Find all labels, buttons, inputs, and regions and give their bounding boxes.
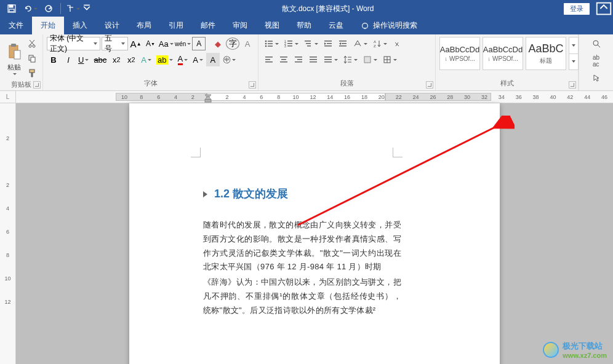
tell-me-search[interactable]: 操作说明搜索 bbox=[352, 17, 426, 34]
tab-view[interactable]: 视图 bbox=[256, 17, 288, 34]
align-distribute-button[interactable] bbox=[321, 53, 340, 66]
styles-dialog-launcher[interactable] bbox=[569, 81, 576, 89]
indent-marker-left[interactable] bbox=[204, 91, 212, 103]
tab-review[interactable]: 审阅 bbox=[224, 17, 256, 34]
font-dialog-launcher[interactable] bbox=[249, 81, 256, 89]
replace-button[interactable]: abac bbox=[590, 54, 603, 68]
touch-mode-button[interactable] bbox=[63, 0, 82, 17]
superscript-button[interactable]: x2 bbox=[124, 53, 138, 66]
strikethrough-button[interactable]: abc bbox=[92, 53, 108, 66]
format-painter-button[interactable] bbox=[25, 66, 39, 80]
svg-rect-40 bbox=[265, 57, 273, 57]
svg-text:3: 3 bbox=[284, 44, 286, 48]
qat-customize-button[interactable] bbox=[82, 0, 92, 17]
body-text[interactable]: 随着时代的发展，散文的概念由广义向狭义转变，并受到西方文化的影响。散文是一种抒发… bbox=[203, 218, 401, 317]
tab-layout[interactable]: 布局 bbox=[128, 17, 160, 34]
tab-yunpan[interactable]: 云盘 bbox=[320, 17, 352, 34]
align-center-button[interactable] bbox=[277, 53, 290, 66]
font-color-button[interactable]: A bbox=[176, 53, 190, 66]
underline-button[interactable]: U bbox=[76, 53, 90, 66]
change-case-button[interactable]: Aa bbox=[159, 37, 174, 50]
paste-button[interactable]: 粘贴 bbox=[4, 37, 24, 80]
align-justify-button[interactable] bbox=[306, 53, 320, 66]
tab-mailings[interactable]: 邮件 bbox=[192, 17, 224, 34]
char-border-button[interactable]: A bbox=[192, 37, 206, 50]
ruler-corner[interactable]: L bbox=[0, 91, 16, 103]
tab-help[interactable]: 帮助 bbox=[288, 17, 320, 34]
style-item-2[interactable]: AaBbCcDd ↓ WPSOf... bbox=[483, 37, 523, 70]
styles-gallery-more[interactable] bbox=[569, 37, 579, 70]
tab-home[interactable]: 开始 bbox=[32, 17, 64, 34]
svg-point-12 bbox=[33, 45, 35, 47]
style-item-1[interactable]: AaBbCcDd ↓ WPSOf... bbox=[439, 37, 480, 70]
document-page[interactable]: 1.2 散文的发展 随着时代的发展，散文的概念由广义向狭义转变，并受到西方文化的… bbox=[129, 103, 500, 364]
svg-rect-58 bbox=[364, 57, 371, 63]
ribbon-options-button[interactable] bbox=[595, 0, 613, 17]
crop-mark-icon bbox=[191, 148, 201, 157]
svg-rect-25 bbox=[287, 41, 292, 41]
window-title: 散文.docx [兼容模式] - Word bbox=[92, 4, 564, 14]
grow-font-button[interactable]: A▲ bbox=[129, 37, 143, 50]
char-scale-button[interactable]: A bbox=[191, 53, 205, 66]
increase-indent-button[interactable] bbox=[336, 37, 350, 50]
line-spacing-button[interactable] bbox=[341, 53, 359, 66]
tab-design[interactable]: 设计 bbox=[96, 17, 128, 34]
show-marks-button[interactable] bbox=[390, 37, 404, 50]
paragraph-dialog-launcher[interactable] bbox=[426, 81, 433, 89]
char-shading-button[interactable]: A bbox=[241, 37, 254, 50]
svg-point-16 bbox=[265, 41, 267, 42]
shrink-font-button[interactable]: A▼ bbox=[144, 37, 158, 50]
font-name-combo[interactable]: 宋体 (中文正文) bbox=[47, 37, 100, 50]
subscript-button[interactable]: x2 bbox=[110, 53, 123, 66]
decrease-indent-button[interactable] bbox=[321, 37, 335, 50]
bold-button[interactable]: B bbox=[47, 53, 60, 66]
workspace: L 224681012 1086422468101214161820222426… bbox=[0, 91, 613, 364]
svg-rect-44 bbox=[281, 59, 286, 60]
select-button[interactable] bbox=[590, 71, 603, 85]
svg-rect-34 bbox=[339, 41, 347, 41]
align-right-button[interactable] bbox=[292, 53, 305, 66]
heading[interactable]: 1.2 散文的发展 bbox=[203, 186, 401, 201]
find-button[interactable] bbox=[590, 37, 603, 50]
phonetic-guide-button[interactable]: wén bbox=[175, 37, 191, 50]
vertical-ruler[interactable]: 224681012 bbox=[0, 103, 16, 364]
clear-formatting-button[interactable]: ◆ bbox=[211, 37, 225, 50]
svg-rect-35 bbox=[342, 43, 347, 44]
numbering-button[interactable]: 123 bbox=[282, 37, 300, 50]
ribbon: 粘贴 剪贴板 宋体 (中文正文) 五号 A▲ A▼ Aa wén A bbox=[0, 34, 613, 91]
style-item-3[interactable]: AaBbC 标题 bbox=[526, 37, 566, 70]
italic-button[interactable]: I bbox=[62, 53, 75, 66]
save-button[interactable] bbox=[2, 0, 21, 17]
svg-rect-49 bbox=[310, 57, 317, 57]
collapse-triangle-icon[interactable] bbox=[203, 191, 207, 197]
tab-file[interactable]: 文件 bbox=[0, 17, 32, 34]
font-size-combo[interactable]: 五号 bbox=[102, 37, 127, 50]
tab-references[interactable]: 引用 bbox=[160, 17, 192, 34]
undo-button[interactable] bbox=[21, 0, 39, 17]
align-left-button[interactable] bbox=[262, 53, 276, 66]
enclose-button[interactable]: ㊥ bbox=[221, 53, 238, 66]
multilevel-list-button[interactable] bbox=[302, 37, 320, 50]
svg-rect-29 bbox=[306, 43, 311, 44]
asian-layout-button[interactable] bbox=[351, 37, 369, 50]
redo-button[interactable] bbox=[39, 0, 58, 17]
editor-area[interactable]: 1086422468101214161820222426283032343638… bbox=[16, 91, 613, 364]
shading-button[interactable] bbox=[361, 53, 379, 66]
highlight-button[interactable]: ab bbox=[154, 53, 174, 66]
svg-rect-1 bbox=[9, 5, 13, 7]
svg-rect-45 bbox=[280, 61, 287, 62]
copy-button[interactable] bbox=[25, 52, 39, 65]
bullets-button[interactable] bbox=[262, 37, 281, 50]
tab-insert[interactable]: 插入 bbox=[64, 17, 96, 34]
login-button[interactable]: 登录 bbox=[564, 3, 590, 15]
borders-button[interactable] bbox=[380, 53, 399, 66]
cut-button[interactable] bbox=[25, 37, 39, 50]
clipboard-dialog-launcher[interactable] bbox=[33, 81, 41, 89]
svg-rect-42 bbox=[265, 61, 273, 62]
text-effects-button[interactable]: A bbox=[139, 53, 153, 66]
crop-mark-icon bbox=[393, 148, 403, 157]
enclose-chars-button[interactable]: 字 bbox=[226, 38, 239, 50]
horizontal-ruler[interactable]: 1086422468101214161820222426283032343638… bbox=[16, 91, 613, 103]
sort-button[interactable]: AZ bbox=[371, 37, 389, 50]
char-shading2-button[interactable]: A bbox=[206, 53, 220, 66]
